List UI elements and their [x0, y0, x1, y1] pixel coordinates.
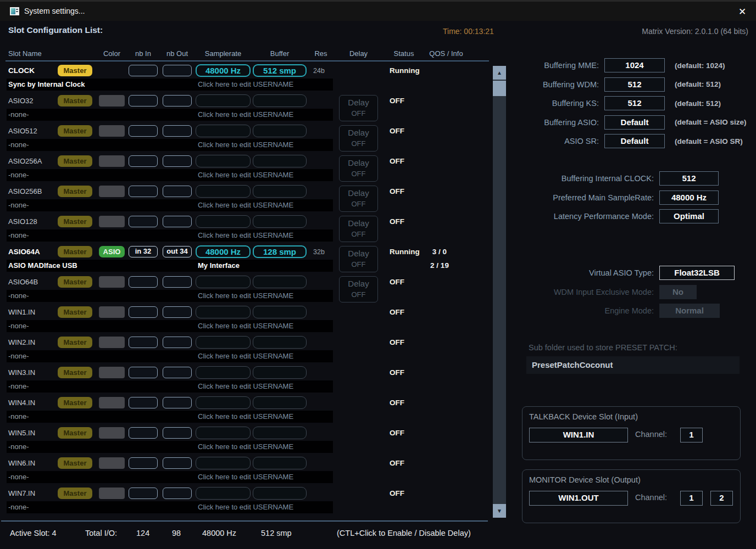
username-field[interactable]: My Interface — [198, 260, 240, 272]
buffer-box[interactable]: 512 smp — [253, 64, 307, 77]
master-badge[interactable]: Master — [58, 306, 92, 318]
color-swatch[interactable] — [99, 427, 125, 439]
username-field[interactable]: Click here to edit USERNAME — [198, 471, 293, 483]
nb-out-box[interactable] — [163, 367, 192, 378]
color-swatch[interactable] — [99, 488, 125, 499]
delay-toggle-button[interactable]: DelayOFF — [339, 125, 378, 152]
buffer-box[interactable] — [253, 366, 307, 379]
nb-in-box[interactable] — [129, 367, 158, 378]
color-swatch[interactable] — [99, 276, 125, 288]
nb-in-box[interactable] — [129, 216, 158, 227]
asio-badge[interactable]: ASIO — [99, 246, 125, 257]
nb-in-box[interactable] — [129, 125, 158, 137]
username-field[interactable]: Click here to edit USERNAME — [198, 79, 293, 91]
buffer-box[interactable] — [253, 94, 307, 107]
delay-toggle-button[interactable]: DelayOFF — [339, 246, 378, 272]
nb-out-box[interactable] — [163, 397, 192, 408]
nb-in-box[interactable] — [129, 306, 158, 318]
buffer-box[interactable] — [253, 306, 307, 318]
master-badge[interactable]: Master — [58, 125, 92, 137]
nb-out-box[interactable] — [163, 216, 192, 227]
color-swatch[interactable] — [99, 155, 125, 167]
nb-in-box[interactable] — [129, 65, 158, 76]
table-scrollbar[interactable]: ▲ ▼ — [493, 66, 506, 518]
username-field[interactable]: Click here to edit USERNAME — [198, 320, 293, 332]
samplerate-box[interactable] — [196, 336, 251, 349]
samplerate-box[interactable]: 48000 Hz — [196, 245, 251, 258]
samplerate-box[interactable] — [196, 487, 251, 500]
buffer-box[interactable]: 128 smp — [253, 245, 307, 258]
samplerate-box[interactable] — [196, 427, 251, 439]
color-swatch[interactable] — [99, 457, 125, 469]
nb-out-box[interactable] — [163, 186, 192, 197]
color-swatch[interactable] — [99, 186, 125, 197]
buffer-box[interactable] — [253, 215, 307, 228]
master-badge[interactable]: Master — [58, 155, 92, 167]
username-field[interactable]: Click here to edit USERNAME — [198, 109, 293, 121]
nb-out-box[interactable]: out 34 — [163, 246, 192, 257]
color-swatch[interactable] — [99, 95, 125, 107]
username-field[interactable]: Click here to edit USERNAME — [198, 169, 293, 181]
samplerate-box[interactable] — [196, 125, 251, 137]
samplerate-box[interactable] — [196, 155, 251, 167]
buffer-box[interactable] — [253, 276, 307, 288]
preset-folder-field[interactable]: PresetPatchCoconut — [526, 356, 740, 374]
scroll-down-icon[interactable]: ▼ — [493, 504, 506, 518]
master-badge[interactable]: Master — [58, 367, 92, 378]
master-badge[interactable]: Master — [58, 276, 92, 288]
nb-out-box[interactable] — [163, 125, 192, 137]
master-badge[interactable]: Master — [58, 337, 92, 348]
buffer-box[interactable] — [253, 125, 307, 137]
scroll-up-icon[interactable]: ▲ — [493, 66, 506, 80]
delay-toggle-button[interactable]: DelayOFF — [339, 276, 378, 302]
close-icon[interactable]: ✕ — [734, 5, 751, 19]
nb-out-box[interactable] — [163, 457, 192, 469]
username-field[interactable]: Click here to edit USERNAME — [198, 229, 293, 242]
samplerate-box[interactable] — [196, 215, 251, 228]
master-badge[interactable]: Master — [58, 488, 92, 499]
monitor-device-box[interactable]: WIN1.OUT — [529, 491, 628, 506]
setting-value-box[interactable]: Optimal — [659, 209, 719, 223]
username-field[interactable]: Click here to edit USERNAME — [198, 501, 293, 513]
setting-value-box[interactable]: 512 — [659, 171, 719, 186]
color-swatch[interactable] — [99, 216, 125, 227]
buffer-box[interactable] — [253, 185, 307, 198]
channel-box[interactable]: 2 — [710, 491, 733, 506]
master-badge[interactable]: Master — [58, 216, 92, 227]
username-field[interactable]: Click here to edit USERNAME — [198, 290, 293, 302]
scrollbar-thumb[interactable] — [493, 81, 506, 96]
nb-in-box[interactable] — [129, 457, 158, 469]
username-field[interactable]: Click here to edit USERNAME — [198, 380, 293, 393]
delay-toggle-button[interactable]: DelayOFF — [339, 95, 378, 121]
color-swatch[interactable] — [99, 367, 125, 378]
nb-in-box[interactable] — [129, 95, 158, 107]
buffer-box[interactable] — [253, 427, 307, 439]
samplerate-box[interactable]: 48000 Hz — [196, 64, 251, 77]
nb-out-box[interactable] — [163, 488, 192, 499]
buffer-box[interactable] — [253, 155, 307, 167]
nb-out-box[interactable] — [163, 337, 192, 348]
samplerate-box[interactable] — [196, 366, 251, 379]
setting-value-box[interactable]: 512 — [604, 96, 665, 110]
nb-in-box[interactable] — [129, 488, 158, 499]
master-badge[interactable]: Master — [58, 95, 92, 107]
delay-toggle-button[interactable]: DelayOFF — [339, 186, 378, 212]
nb-in-box[interactable] — [129, 155, 158, 167]
nb-out-box[interactable] — [163, 65, 192, 76]
samplerate-box[interactable] — [196, 94, 251, 107]
nb-in-box[interactable] — [129, 186, 158, 197]
master-badge[interactable]: Master — [58, 457, 92, 469]
nb-in-box[interactable] — [129, 397, 158, 408]
samplerate-box[interactable] — [196, 306, 251, 318]
nb-in-box[interactable] — [129, 427, 158, 439]
setting-value-box[interactable]: Default — [604, 134, 665, 148]
setting-value-box[interactable]: Float32LSB — [659, 266, 735, 280]
username-field[interactable]: Click here to edit USERNAME — [198, 139, 293, 151]
samplerate-box[interactable] — [196, 276, 251, 288]
talkback-device-box[interactable]: WIN1.IN — [529, 428, 628, 442]
buffer-box[interactable] — [253, 336, 307, 349]
setting-value-box[interactable]: 512 — [604, 77, 665, 92]
nb-in-box[interactable] — [129, 337, 158, 348]
master-badge[interactable]: Master — [58, 427, 92, 439]
samplerate-box[interactable] — [196, 457, 251, 469]
